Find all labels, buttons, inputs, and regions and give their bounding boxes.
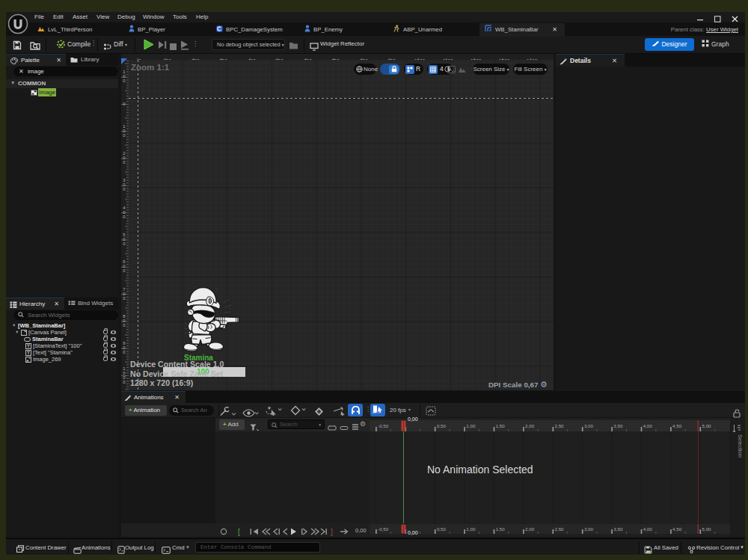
svg-text:1,50: 1,50 bbox=[496, 526, 506, 532]
svg-text:5,00: 5,00 bbox=[702, 423, 712, 428]
svg-text:1000: 1000 bbox=[414, 58, 426, 60]
svg-text:600: 600 bbox=[304, 58, 312, 60]
svg-text:800: 800 bbox=[360, 58, 368, 60]
svg-text:4,00: 4,00 bbox=[643, 526, 653, 532]
svg-text:300: 300 bbox=[219, 58, 227, 60]
svg-text:0: 0 bbox=[138, 58, 141, 60]
svg-text:4,50: 4,50 bbox=[672, 526, 682, 532]
svg-text:400: 400 bbox=[248, 58, 256, 60]
svg-text:4,00: 4,00 bbox=[643, 423, 653, 428]
svg-text:2,00: 2,00 bbox=[525, 526, 535, 532]
svg-text:1400: 1400 bbox=[527, 58, 538, 60]
svg-text:-0,50: -0,50 bbox=[378, 423, 389, 428]
svg-text:-0,50: -0,50 bbox=[378, 526, 389, 532]
svg-text:1200: 1200 bbox=[470, 58, 482, 60]
svg-text:200: 200 bbox=[191, 58, 200, 60]
svg-text:2,50: 2,50 bbox=[555, 423, 565, 428]
svg-text:700: 700 bbox=[331, 58, 340, 60]
svg-text:1300: 1300 bbox=[499, 58, 510, 60]
svg-text:3,50: 3,50 bbox=[613, 526, 623, 532]
svg-text:2,50: 2,50 bbox=[555, 526, 565, 532]
svg-text:1,00: 1,00 bbox=[466, 423, 476, 428]
svg-text:3,00: 3,00 bbox=[584, 526, 594, 532]
svg-text:0,50: 0,50 bbox=[437, 526, 447, 532]
svg-text:3,00: 3,00 bbox=[584, 423, 594, 428]
svg-text:[: [ bbox=[238, 528, 240, 536]
svg-text:]: ] bbox=[331, 528, 333, 536]
svg-text:500: 500 bbox=[275, 58, 283, 60]
svg-text:1,50: 1,50 bbox=[496, 423, 506, 428]
svg-text:4,50: 4,50 bbox=[672, 423, 682, 428]
svg-text:1,00: 1,00 bbox=[466, 526, 476, 532]
svg-text:3,50: 3,50 bbox=[613, 423, 623, 428]
svg-text:900: 900 bbox=[387, 58, 396, 60]
svg-text:100: 100 bbox=[163, 58, 171, 60]
svg-text:0,50: 0,50 bbox=[437, 423, 447, 428]
svg-text:5,00: 5,00 bbox=[702, 526, 712, 532]
svg-text:2,00: 2,00 bbox=[525, 423, 535, 428]
svg-text:1100: 1100 bbox=[443, 58, 453, 60]
